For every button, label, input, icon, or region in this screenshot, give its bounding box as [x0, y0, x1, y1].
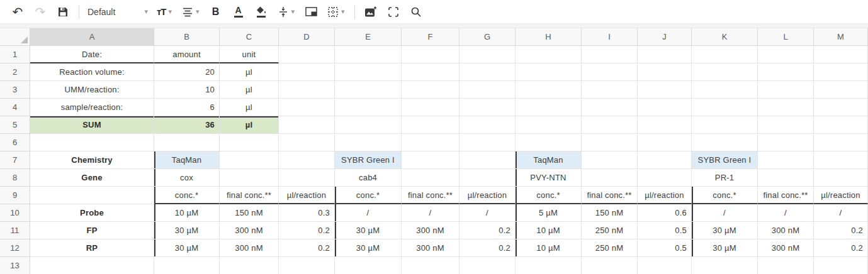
cell-F7[interactable] [402, 151, 459, 169]
cell-L13[interactable] [758, 257, 814, 274]
cell-J3[interactable] [638, 81, 692, 99]
cell-E3[interactable] [335, 81, 402, 99]
cell-F11[interactable]: 300 nM [402, 222, 459, 239]
cell-I8[interactable] [582, 169, 638, 187]
cell-L10[interactable]: / [758, 204, 814, 222]
vertical-align-button[interactable]: ▾ [276, 3, 297, 21]
cell-F10[interactable]: / [402, 204, 459, 222]
row-header-4[interactable]: 4 [0, 99, 30, 116]
cell-K4[interactable] [692, 99, 758, 116]
cell-A4[interactable]: sample/reaction: [30, 99, 154, 116]
cell-M8[interactable] [814, 169, 868, 187]
cell-G9[interactable]: µl/reaction [459, 187, 516, 204]
search-button[interactable] [408, 3, 424, 21]
cell-F4[interactable] [402, 99, 459, 116]
column-header-D[interactable]: D [279, 28, 335, 46]
column-header-J[interactable]: J [638, 28, 692, 46]
cell-C1[interactable]: unit [220, 46, 279, 63]
cell-H1[interactable] [516, 46, 582, 63]
column-header-F[interactable]: F [402, 28, 459, 46]
cell-J10[interactable]: 0.6 [638, 204, 692, 222]
column-header-L[interactable]: L [758, 28, 814, 46]
cell-G11[interactable]: 0.2 [459, 222, 516, 239]
cell-G2[interactable] [459, 63, 516, 81]
cell-L7[interactable] [758, 151, 814, 169]
cell-H2[interactable] [516, 63, 582, 81]
cell-A11[interactable]: FP [30, 222, 154, 239]
cell-I2[interactable] [582, 63, 638, 81]
cell-I13[interactable] [582, 257, 638, 274]
cell-D3[interactable] [279, 81, 335, 99]
cell-M5[interactable] [814, 116, 868, 134]
cell-G8[interactable] [459, 169, 516, 187]
cell-C7[interactable] [220, 151, 279, 169]
cell-H7[interactable]: TaqMan [516, 151, 582, 169]
cell-A1[interactable]: Date: [30, 46, 154, 63]
cell-I12[interactable]: 250 nM [582, 239, 638, 257]
cell-I5[interactable] [582, 116, 638, 134]
row-header-6[interactable]: 6 [0, 134, 30, 151]
cell-I10[interactable]: 150 nM [582, 204, 638, 222]
row-header-3[interactable]: 3 [0, 81, 30, 99]
cell-L5[interactable] [758, 116, 814, 134]
cell-J2[interactable] [638, 63, 692, 81]
cell-I3[interactable] [582, 81, 638, 99]
cell-L11[interactable]: 300 nM [758, 222, 814, 239]
cell-D2[interactable] [279, 63, 335, 81]
font-size-button[interactable]: тT ▾ [155, 3, 174, 21]
cell-A2[interactable]: Reaction volume: [30, 63, 154, 81]
cell-M4[interactable] [814, 99, 868, 116]
cell-A5[interactable]: SUM [30, 116, 154, 134]
cell-L3[interactable] [758, 81, 814, 99]
cell-D4[interactable] [279, 99, 335, 116]
fill-color-button[interactable] [253, 3, 269, 21]
cell-L9[interactable]: final conc.** [758, 187, 814, 204]
cell-D8[interactable] [279, 169, 335, 187]
cell-A13[interactable] [30, 257, 154, 274]
cell-B4[interactable]: 6 [154, 99, 220, 116]
cell-E5[interactable] [335, 116, 402, 134]
cell-L1[interactable] [758, 46, 814, 63]
column-header-M[interactable]: M [814, 28, 868, 46]
row-header-9[interactable]: 9 [0, 187, 30, 204]
column-header-K[interactable]: K [692, 28, 758, 46]
cell-E8[interactable]: cab4 [335, 169, 402, 187]
fit-button[interactable] [385, 3, 402, 21]
cell-B13[interactable] [154, 257, 220, 274]
cell-J12[interactable]: 0.5 [638, 239, 692, 257]
cell-E4[interactable] [335, 99, 402, 116]
cell-D5[interactable] [279, 116, 335, 134]
cell-B7[interactable]: TaqMan [154, 151, 220, 169]
cell-B2[interactable]: 20 [154, 63, 220, 81]
cell-K7[interactable]: SYBR Green I [692, 151, 758, 169]
cell-E9[interactable]: conc.* [335, 187, 402, 204]
alignment-button[interactable]: ▾ [180, 3, 201, 21]
cell-B1[interactable]: amount [154, 46, 220, 63]
cell-K8[interactable]: PR-1 [692, 169, 758, 187]
cell-G5[interactable] [459, 116, 516, 134]
cell-J7[interactable] [638, 151, 692, 169]
cell-A3[interactable]: UMM/reaction: [30, 81, 154, 99]
cell-H10[interactable]: 5 µM [516, 204, 582, 222]
cell-G1[interactable] [459, 46, 516, 63]
cell-F13[interactable] [402, 257, 459, 274]
row-header-8[interactable]: 8 [0, 169, 30, 187]
cell-F12[interactable]: 300 nM [402, 239, 459, 257]
cell-M12[interactable]: 0.2 [814, 239, 868, 257]
cell-H9[interactable]: conc.* [516, 187, 582, 204]
style-dropdown[interactable]: Default ▾ [87, 7, 148, 17]
cell-I11[interactable]: 250 nM [582, 222, 638, 239]
cell-A12[interactable]: RP [30, 239, 154, 257]
cell-H12[interactable]: 10 µM [516, 239, 582, 257]
cell-M2[interactable] [814, 63, 868, 81]
cell-J6[interactable] [638, 134, 692, 151]
cell-C12[interactable]: 300 nM [220, 239, 279, 257]
cell-C13[interactable] [220, 257, 279, 274]
cell-K3[interactable] [692, 81, 758, 99]
save-button[interactable] [55, 3, 71, 21]
cell-G10[interactable]: / [459, 204, 516, 222]
cell-A9[interactable] [30, 187, 154, 204]
cell-B8[interactable]: cox [154, 169, 220, 187]
column-header-A[interactable]: A [30, 28, 154, 46]
cell-E10[interactable]: / [335, 204, 402, 222]
